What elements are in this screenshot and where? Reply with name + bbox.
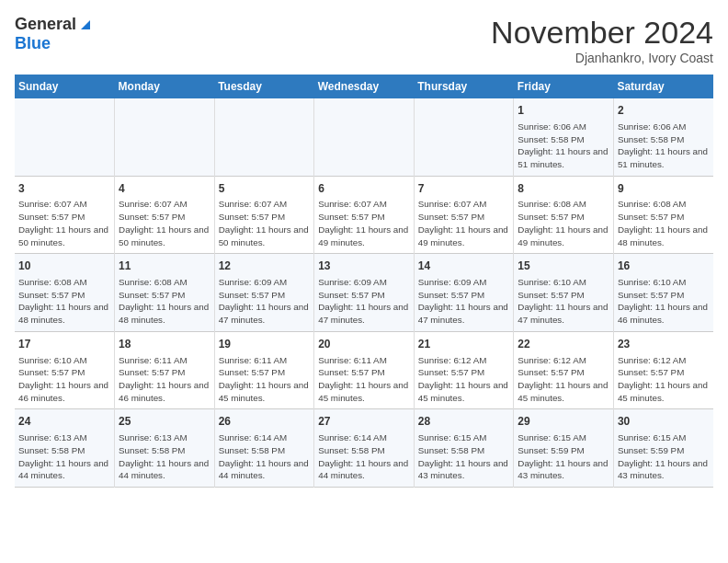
- day-number: 28: [418, 414, 510, 430]
- calendar-cell: 2Sunrise: 6:06 AMSunset: 5:58 PMDaylight…: [613, 98, 713, 176]
- day-info: Sunrise: 6:10 AMSunset: 5:57 PMDaylight:…: [18, 354, 110, 405]
- calendar-week-row: 1Sunrise: 6:06 AMSunset: 5:58 PMDaylight…: [15, 98, 713, 176]
- day-number: 13: [318, 259, 410, 274]
- calendar-cell: 8Sunrise: 6:08 AMSunset: 5:57 PMDaylight…: [514, 176, 614, 254]
- day-info: Sunrise: 6:11 AMSunset: 5:57 PMDaylight:…: [219, 354, 311, 405]
- day-number: 8: [518, 181, 609, 197]
- calendar-week-row: 24Sunrise: 6:13 AMSunset: 5:58 PMDayligh…: [15, 409, 713, 488]
- day-info: Sunrise: 6:12 AMSunset: 5:57 PMDaylight:…: [418, 354, 510, 405]
- weekday-header-tuesday: Tuesday: [214, 75, 314, 98]
- calendar-cell: 5Sunrise: 6:07 AMSunset: 5:57 PMDaylight…: [214, 176, 314, 254]
- logo-icon: [77, 15, 94, 31]
- calendar-cell: 29Sunrise: 6:15 AMSunset: 5:59 PMDayligh…: [514, 409, 614, 488]
- day-info: Sunrise: 6:07 AMSunset: 5:57 PMDaylight:…: [18, 198, 110, 248]
- svg-marker-0: [81, 20, 90, 29]
- day-info: Sunrise: 6:06 AMSunset: 5:58 PMDaylight:…: [618, 121, 710, 171]
- day-info: Sunrise: 6:07 AMSunset: 5:57 PMDaylight:…: [119, 198, 210, 248]
- day-info: Sunrise: 6:15 AMSunset: 5:58 PMDaylight:…: [418, 431, 510, 482]
- title-block: November 2024 Djanhankro, Ivory Coast: [491, 15, 713, 65]
- calendar-week-row: 17Sunrise: 6:10 AMSunset: 5:57 PMDayligh…: [15, 331, 713, 409]
- day-number: 9: [618, 181, 710, 197]
- day-info: Sunrise: 6:14 AMSunset: 5:58 PMDaylight:…: [219, 431, 311, 482]
- day-number: 15: [518, 259, 609, 274]
- calendar-cell: 22Sunrise: 6:12 AMSunset: 5:57 PMDayligh…: [514, 331, 614, 409]
- calendar-cell: 25Sunrise: 6:13 AMSunset: 5:58 PMDayligh…: [115, 409, 215, 488]
- calendar-cell: 21Sunrise: 6:12 AMSunset: 5:57 PMDayligh…: [414, 331, 514, 409]
- calendar-cell: 7Sunrise: 6:07 AMSunset: 5:57 PMDaylight…: [414, 176, 514, 254]
- calendar-cell: 30Sunrise: 6:15 AMSunset: 5:59 PMDayligh…: [613, 409, 713, 488]
- logo-general-text: General: [15, 15, 76, 34]
- day-info: Sunrise: 6:10 AMSunset: 5:57 PMDaylight:…: [618, 276, 710, 327]
- calendar-cell: 23Sunrise: 6:12 AMSunset: 5:57 PMDayligh…: [613, 331, 713, 409]
- calendar-cell: 11Sunrise: 6:08 AMSunset: 5:57 PMDayligh…: [115, 254, 215, 332]
- calendar-cell: 10Sunrise: 6:08 AMSunset: 5:57 PMDayligh…: [15, 254, 115, 332]
- day-info: Sunrise: 6:14 AMSunset: 5:58 PMDaylight:…: [318, 431, 410, 482]
- day-info: Sunrise: 6:09 AMSunset: 5:57 PMDaylight:…: [219, 276, 311, 327]
- day-number: 18: [119, 337, 210, 352]
- day-number: 12: [219, 259, 311, 274]
- weekday-header-friday: Friday: [514, 75, 614, 98]
- day-info: Sunrise: 6:15 AMSunset: 5:59 PMDaylight:…: [518, 431, 609, 482]
- weekday-header-wednesday: Wednesday: [314, 75, 415, 98]
- day-number: 11: [119, 259, 210, 274]
- calendar-cell: [115, 98, 215, 176]
- calendar-cell: 18Sunrise: 6:11 AMSunset: 5:57 PMDayligh…: [115, 331, 215, 409]
- day-number: 26: [219, 414, 311, 430]
- logo: General Blue: [15, 15, 94, 53]
- month-title: November 2024: [491, 15, 713, 51]
- day-number: 23: [618, 337, 710, 352]
- day-number: 14: [418, 259, 510, 274]
- day-number: 2: [618, 103, 710, 119]
- weekday-header-row: SundayMondayTuesdayWednesdayThursdayFrid…: [15, 75, 713, 98]
- calendar-cell: 16Sunrise: 6:10 AMSunset: 5:57 PMDayligh…: [613, 254, 713, 332]
- day-number: 24: [18, 414, 110, 430]
- day-number: 4: [119, 181, 210, 197]
- calendar-cell: 9Sunrise: 6:08 AMSunset: 5:57 PMDaylight…: [613, 176, 713, 254]
- calendar-cell: 28Sunrise: 6:15 AMSunset: 5:58 PMDayligh…: [414, 409, 514, 488]
- calendar-cell: [314, 98, 415, 176]
- calendar-cell: 1Sunrise: 6:06 AMSunset: 5:58 PMDaylight…: [514, 98, 614, 176]
- calendar-cell: 24Sunrise: 6:13 AMSunset: 5:58 PMDayligh…: [15, 409, 115, 488]
- calendar-table: SundayMondayTuesdayWednesdayThursdayFrid…: [15, 75, 713, 488]
- day-info: Sunrise: 6:07 AMSunset: 5:57 PMDaylight:…: [318, 198, 410, 248]
- calendar-cell: 15Sunrise: 6:10 AMSunset: 5:57 PMDayligh…: [514, 254, 614, 332]
- day-info: Sunrise: 6:13 AMSunset: 5:58 PMDaylight:…: [119, 431, 210, 482]
- weekday-header-thursday: Thursday: [414, 75, 514, 98]
- calendar-week-row: 3Sunrise: 6:07 AMSunset: 5:57 PMDaylight…: [15, 176, 713, 254]
- calendar-cell: 14Sunrise: 6:09 AMSunset: 5:57 PMDayligh…: [414, 254, 514, 332]
- day-info: Sunrise: 6:08 AMSunset: 5:57 PMDaylight:…: [119, 276, 210, 327]
- day-number: 10: [18, 259, 110, 274]
- day-info: Sunrise: 6:15 AMSunset: 5:59 PMDaylight:…: [618, 431, 710, 482]
- weekday-header-monday: Monday: [115, 75, 215, 98]
- day-info: Sunrise: 6:10 AMSunset: 5:57 PMDaylight:…: [518, 276, 609, 327]
- calendar-cell: 12Sunrise: 6:09 AMSunset: 5:57 PMDayligh…: [214, 254, 314, 332]
- calendar-cell: 4Sunrise: 6:07 AMSunset: 5:57 PMDaylight…: [115, 176, 215, 254]
- calendar-cell: 17Sunrise: 6:10 AMSunset: 5:57 PMDayligh…: [15, 331, 115, 409]
- day-number: 7: [418, 181, 510, 197]
- day-info: Sunrise: 6:06 AMSunset: 5:58 PMDaylight:…: [518, 121, 609, 171]
- calendar-week-row: 10Sunrise: 6:08 AMSunset: 5:57 PMDayligh…: [15, 254, 713, 332]
- calendar-cell: [15, 98, 115, 176]
- day-info: Sunrise: 6:07 AMSunset: 5:57 PMDaylight:…: [219, 198, 311, 248]
- day-number: 16: [618, 259, 710, 274]
- day-number: 17: [18, 337, 110, 352]
- calendar-cell: 27Sunrise: 6:14 AMSunset: 5:58 PMDayligh…: [314, 409, 415, 488]
- day-number: 1: [518, 103, 609, 119]
- location-text: Djanhankro, Ivory Coast: [491, 51, 713, 65]
- day-number: 5: [219, 181, 311, 197]
- day-number: 29: [518, 414, 609, 430]
- day-number: 27: [318, 414, 410, 430]
- calendar-cell: 26Sunrise: 6:14 AMSunset: 5:58 PMDayligh…: [214, 409, 314, 488]
- day-number: 22: [518, 337, 609, 352]
- day-info: Sunrise: 6:13 AMSunset: 5:58 PMDaylight:…: [18, 431, 110, 482]
- calendar-cell: 13Sunrise: 6:09 AMSunset: 5:57 PMDayligh…: [314, 254, 415, 332]
- day-info: Sunrise: 6:09 AMSunset: 5:57 PMDaylight:…: [418, 276, 510, 327]
- day-info: Sunrise: 6:08 AMSunset: 5:57 PMDaylight:…: [618, 198, 710, 248]
- day-info: Sunrise: 6:07 AMSunset: 5:57 PMDaylight:…: [418, 198, 510, 248]
- day-number: 21: [418, 337, 510, 352]
- calendar-cell: 19Sunrise: 6:11 AMSunset: 5:57 PMDayligh…: [214, 331, 314, 409]
- day-info: Sunrise: 6:09 AMSunset: 5:57 PMDaylight:…: [318, 276, 410, 327]
- weekday-header-sunday: Sunday: [15, 75, 115, 98]
- calendar-cell: 20Sunrise: 6:11 AMSunset: 5:57 PMDayligh…: [314, 331, 415, 409]
- day-info: Sunrise: 6:11 AMSunset: 5:57 PMDaylight:…: [119, 354, 210, 405]
